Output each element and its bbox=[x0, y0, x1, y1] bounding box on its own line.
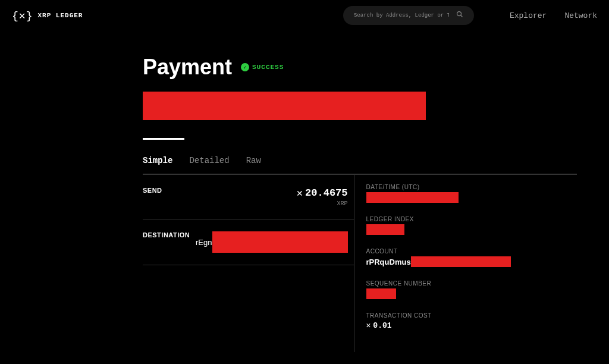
destination-row: DESTINATION rEgn bbox=[143, 219, 354, 265]
cost-row: ✕ 0.01 bbox=[366, 321, 577, 330]
transaction-hash-redacted bbox=[143, 92, 426, 120]
cost-label: TRANSACTION COST bbox=[366, 312, 577, 319]
ledger-label: LEDGER INDEX bbox=[366, 216, 577, 222]
tab-simple[interactable]: Simple bbox=[143, 156, 172, 167]
svg-point-0 bbox=[457, 12, 461, 16]
xrp-icon-cost: ✕ bbox=[366, 321, 371, 330]
send-amount: 20.4675 bbox=[305, 187, 347, 199]
sequence-item: SEQUENCE NUMBER bbox=[366, 280, 577, 299]
nav-links: Explorer Network bbox=[510, 11, 597, 20]
logo[interactable]: {✕} XRP LEDGER bbox=[12, 9, 83, 22]
nav-explorer[interactable]: Explorer bbox=[510, 11, 547, 20]
sequence-redacted bbox=[366, 288, 396, 299]
destination-redacted bbox=[212, 231, 348, 253]
status-badge: ✓ SUCCESS bbox=[241, 63, 284, 71]
ledger-redacted bbox=[366, 224, 404, 235]
datetime-item: DATE/TIME (UTC) bbox=[366, 184, 577, 203]
cost-value: 0.01 bbox=[373, 321, 391, 330]
send-currency: XRP bbox=[297, 200, 348, 207]
nav-network[interactable]: Network bbox=[564, 11, 597, 20]
detail-right: DATE/TIME (UTC) LEDGER INDEX ACCOUNT rPR… bbox=[354, 175, 577, 352]
send-row: SEND ✕ 20.4675 XRP bbox=[143, 175, 354, 219]
detail-left: SEND ✕ 20.4675 XRP DESTINATION rEgn bbox=[143, 175, 354, 352]
send-label: SEND bbox=[143, 187, 162, 194]
ledger-item: LEDGER INDEX bbox=[366, 216, 577, 235]
check-icon: ✓ bbox=[241, 63, 249, 71]
header: {✕} XRP LEDGER Explorer Network bbox=[0, 0, 609, 31]
account-row: rPRquDmus bbox=[366, 256, 577, 267]
sequence-label: SEQUENCE NUMBER bbox=[366, 280, 577, 287]
amount-box: ✕ 20.4675 XRP bbox=[297, 187, 348, 207]
account-label: ACCOUNT bbox=[366, 248, 577, 255]
tab-detailed[interactable]: Detailed bbox=[189, 156, 229, 167]
search-box[interactable] bbox=[343, 6, 474, 25]
destination-value: rEgn bbox=[196, 231, 347, 253]
tabs: Simple Detailed Raw bbox=[143, 156, 577, 174]
account-prefix: rPRquDmus bbox=[366, 258, 411, 266]
title-row: Payment ✓ SUCCESS bbox=[143, 55, 577, 80]
amount-value: ✕ 20.4675 bbox=[297, 187, 348, 199]
content: Payment ✓ SUCCESS Simple Detailed Raw SE… bbox=[0, 31, 577, 352]
xrp-icon: ✕ bbox=[297, 187, 303, 199]
svg-line-1 bbox=[460, 15, 462, 17]
detail-container: SEND ✕ 20.4675 XRP DESTINATION rEgn bbox=[143, 174, 577, 352]
destination-prefix: rEgn bbox=[196, 238, 212, 247]
destination-label: DESTINATION bbox=[143, 231, 190, 239]
page-title: Payment bbox=[143, 55, 232, 80]
status-text: SUCCESS bbox=[252, 64, 284, 71]
datetime-redacted bbox=[366, 192, 459, 203]
logo-text: XRP LEDGER bbox=[37, 12, 83, 19]
account-item: ACCOUNT rPRquDmus bbox=[366, 248, 577, 267]
tab-raw[interactable]: Raw bbox=[246, 156, 261, 167]
cost-item: TRANSACTION COST ✕ 0.01 bbox=[366, 312, 577, 330]
search-input[interactable] bbox=[354, 12, 449, 18]
account-redacted bbox=[411, 256, 511, 267]
logo-icon: {✕} bbox=[12, 9, 33, 22]
datetime-label: DATE/TIME (UTC) bbox=[366, 184, 577, 190]
search-icon[interactable] bbox=[456, 11, 463, 20]
